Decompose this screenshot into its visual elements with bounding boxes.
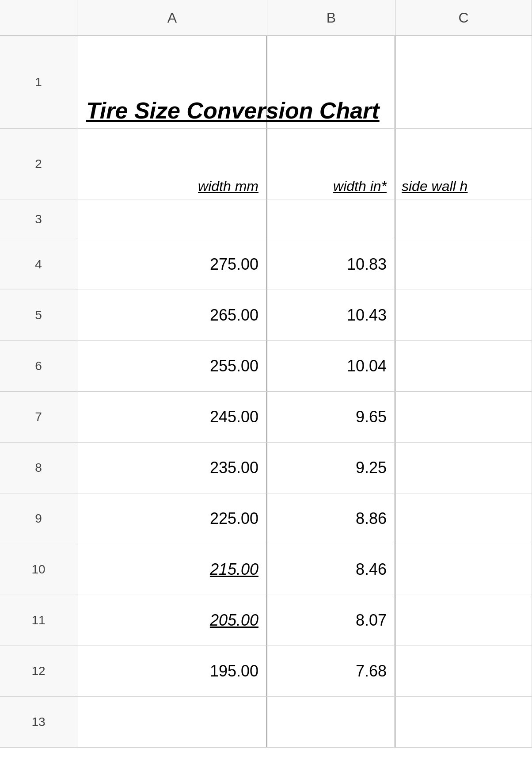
row-number: 7	[0, 392, 77, 442]
row-number: 11	[0, 595, 77, 646]
row-num-header	[0, 0, 77, 35]
table-row: 9 225.00 8.86	[0, 493, 532, 544]
row-number: 10	[0, 544, 77, 595]
cell-value: 275.00	[210, 255, 258, 274]
cell-a10[interactable]: 215.00	[77, 544, 267, 595]
cell-c13[interactable]	[395, 697, 532, 747]
table-row: 11 205.00 8.07	[0, 595, 532, 646]
cell-c12[interactable]	[395, 646, 532, 696]
cell-b1[interactable]	[267, 36, 395, 128]
table-row: 7 245.00 9.65	[0, 392, 532, 443]
cell-c3[interactable]	[395, 199, 532, 239]
cell-c10[interactable]	[395, 544, 532, 595]
column-headers-row: A B C	[0, 0, 532, 36]
col-header-c: C	[395, 0, 532, 35]
row-number: 12	[0, 646, 77, 696]
cell-value: 8.86	[356, 509, 387, 528]
cell-value: 10.43	[347, 306, 387, 325]
cell-value: 235.00	[210, 459, 258, 477]
cell-a3[interactable]	[77, 199, 267, 239]
cell-value: 8.07	[356, 611, 387, 630]
cell-a13[interactable]	[77, 697, 267, 747]
width-mm-header: width mm	[198, 178, 258, 195]
row-number: 6	[0, 341, 77, 391]
row-number: 5	[0, 290, 77, 340]
row-number: 13	[0, 697, 77, 747]
table-row: 1 Tire Size Conversion Chart	[0, 36, 532, 129]
cell-b5[interactable]: 10.43	[267, 290, 395, 340]
cell-c8[interactable]	[395, 443, 532, 493]
cell-value: 205.00	[210, 611, 258, 630]
cell-c6[interactable]	[395, 341, 532, 391]
cell-b13[interactable]	[267, 697, 395, 747]
cell-value: 195.00	[210, 662, 258, 680]
cell-value: 8.46	[356, 560, 387, 579]
side-wall-header: side wall h	[402, 178, 467, 195]
cell-a11[interactable]: 205.00	[77, 595, 267, 646]
cell-a6[interactable]: 255.00	[77, 341, 267, 391]
cell-value: 245.00	[210, 408, 258, 426]
cell-b10[interactable]: 8.46	[267, 544, 395, 595]
cell-a4[interactable]: 275.00	[77, 239, 267, 290]
cell-a12[interactable]: 195.00	[77, 646, 267, 696]
cell-value: 7.68	[356, 662, 387, 680]
cell-value: 10.04	[347, 357, 387, 375]
table-row: 12 195.00 7.68	[0, 646, 532, 697]
cell-c2[interactable]: side wall h	[395, 129, 532, 199]
table-row: 6 255.00 10.04	[0, 341, 532, 392]
row-number: 2	[0, 129, 77, 199]
table-row: 8 235.00 9.25	[0, 443, 532, 493]
row-number: 4	[0, 239, 77, 290]
cell-b4[interactable]: 10.83	[267, 239, 395, 290]
cell-b2[interactable]: width in*	[267, 129, 395, 199]
cell-c7[interactable]	[395, 392, 532, 442]
cell-b7[interactable]: 9.65	[267, 392, 395, 442]
spreadsheet-body: 1 Tire Size Conversion Chart 2 width mm …	[0, 36, 532, 768]
cell-b9[interactable]: 8.86	[267, 493, 395, 544]
table-row: 13	[0, 697, 532, 748]
cell-value: 215.00	[210, 560, 258, 579]
cell-b6[interactable]: 10.04	[267, 341, 395, 391]
row-number: 8	[0, 443, 77, 493]
col-header-b: B	[267, 0, 395, 35]
cell-a2[interactable]: width mm	[77, 129, 267, 199]
row-number: 1	[0, 36, 77, 128]
cell-a5[interactable]: 265.00	[77, 290, 267, 340]
width-in-header: width in*	[275, 178, 387, 195]
cell-value: 9.25	[356, 459, 387, 477]
cell-a7[interactable]: 245.00	[77, 392, 267, 442]
cell-b8[interactable]: 9.25	[267, 443, 395, 493]
spreadsheet: A B C 1 Tire Size Conversion Chart 2	[0, 0, 532, 768]
cell-c9[interactable]	[395, 493, 532, 544]
cell-b11[interactable]: 8.07	[267, 595, 395, 646]
cell-b12[interactable]: 7.68	[267, 646, 395, 696]
table-row: 3	[0, 199, 532, 239]
cell-c5[interactable]	[395, 290, 532, 340]
cell-a9[interactable]: 225.00	[77, 493, 267, 544]
table-row: 5 265.00 10.43	[0, 290, 532, 341]
col-header-a: A	[77, 0, 267, 35]
table-row: 10 215.00 8.46	[0, 544, 532, 595]
row-number: 9	[0, 493, 77, 544]
row-number: 3	[0, 199, 77, 239]
cell-value: 225.00	[210, 509, 258, 528]
cell-c4[interactable]	[395, 239, 532, 290]
table-row: 2 width mm width in* side wall h	[0, 129, 532, 199]
cell-c1[interactable]	[395, 36, 532, 128]
cell-value: 10.83	[347, 255, 387, 274]
cell-value: 265.00	[210, 306, 258, 325]
cell-value: 255.00	[210, 357, 258, 375]
cell-b3[interactable]	[267, 199, 395, 239]
cell-c11[interactable]	[395, 595, 532, 646]
cell-value: 9.65	[356, 408, 387, 426]
table-row: 4 275.00 10.83	[0, 239, 532, 290]
cell-a1[interactable]: Tire Size Conversion Chart	[77, 36, 267, 128]
cell-a8[interactable]: 235.00	[77, 443, 267, 493]
